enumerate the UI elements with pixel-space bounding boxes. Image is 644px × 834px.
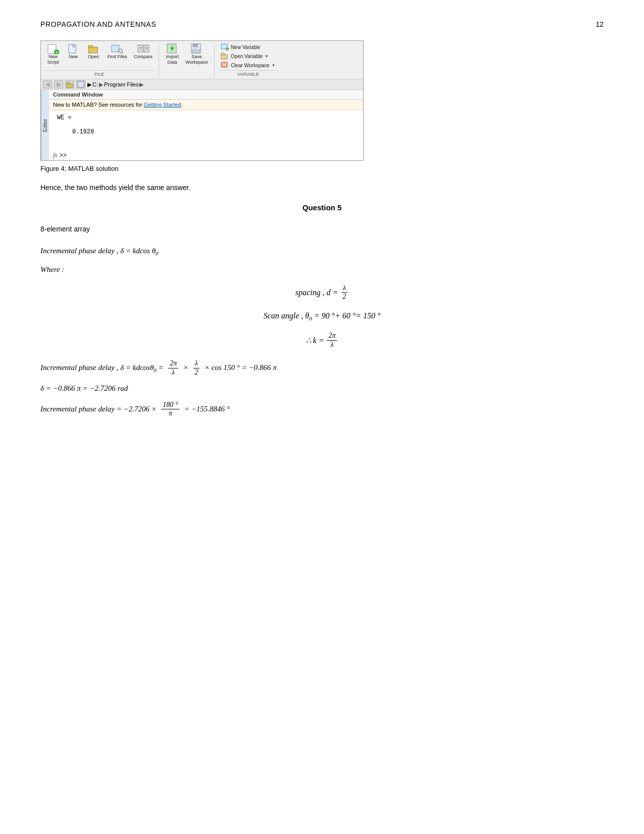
scan-angle-equation: Scan angle , θ0 = 90 °+ 60 °= 150 ° [40, 311, 604, 321]
output-line-we: WE = [57, 114, 355, 121]
spacing-frac-num: λ [341, 284, 348, 293]
matlab-prompt: fx >> [49, 151, 363, 160]
inc-frac1-den: λ [170, 368, 176, 377]
inc-frac-2: λ 2 [193, 359, 200, 377]
open-label: Open [88, 54, 99, 60]
find-files-icon [111, 44, 123, 54]
new-variable-button[interactable]: + New Variable [219, 43, 277, 51]
command-window-tab[interactable]: Command Window [49, 90, 363, 100]
matlab-body: Editor Command Window New to MATLAB? See… [41, 90, 363, 160]
inc-frac1-num: 2π [168, 359, 178, 368]
matlab-toolbar: + NewScript New [41, 41, 363, 79]
open-variable-button[interactable]: Open Variable ▼ [219, 52, 277, 60]
figure-caption: Figure 4: MATLAB solution [40, 165, 604, 172]
output-line-value: 0.1928 [57, 128, 355, 135]
spacing-frac-den: 2 [341, 293, 348, 301]
compare-label: Compare [134, 54, 153, 60]
new-script-label: NewScript [47, 54, 59, 65]
page-title: PROPAGATION AND ANTENNAS [40, 20, 156, 28]
new-label: New [69, 54, 78, 60]
variable-section-label: VARIABLE [219, 70, 277, 77]
svg-rect-34 [78, 81, 84, 87]
path-c: C: [92, 81, 98, 87]
refresh-button[interactable] [76, 80, 85, 88]
find-files-label: Find Files [107, 54, 127, 60]
svg-rect-22 [192, 50, 200, 53]
open-variable-dropdown-arrow: ▼ [265, 54, 269, 59]
k-frac-den: λ [329, 341, 335, 349]
clear-workspace-button[interactable]: Clear Workspace ▼ [219, 61, 277, 69]
inc-frac2-den: 2 [193, 368, 200, 377]
save-workspace-button[interactable]: SaveWorkspace [183, 43, 210, 66]
svg-text:+: + [55, 50, 58, 54]
new-variable-label: New Variable [231, 44, 261, 50]
path-program-files: Program Files [104, 81, 138, 87]
import-data-button[interactable]: ImportData [163, 43, 181, 66]
svg-rect-6 [88, 47, 97, 53]
svg-text:+: + [226, 47, 229, 51]
new-button[interactable]: New [64, 43, 82, 61]
svg-rect-33 [67, 82, 70, 84]
address-path: ▶ C: ▶ Program Files ▶ [87, 81, 143, 88]
import-save-section: ImportData SaveWorkspace FILE [163, 43, 210, 79]
file-toolbar-section: + NewScript New [44, 43, 155, 79]
back-button[interactable]: ◁ [43, 80, 52, 88]
file-section-label: FILE [44, 70, 155, 77]
save-workspace-icon [190, 44, 203, 54]
svg-rect-7 [88, 45, 92, 48]
matlab-window: + NewScript New [40, 40, 364, 161]
forward-button[interactable]: ▷ [54, 80, 63, 88]
open-button[interactable]: Open [84, 43, 103, 61]
final-frac-den: π [167, 409, 174, 418]
toolbar-divider-1 [159, 45, 159, 77]
new-icon [67, 44, 79, 54]
clear-workspace-dropdown-arrow: ▼ [271, 63, 275, 68]
k-frac-num: 2π [327, 332, 337, 341]
spacing-fraction: λ 2 [341, 284, 348, 302]
matlab-output: WE = 0.1928 [49, 110, 363, 151]
array-line: 8-element array [40, 224, 604, 235]
variable-section: + New Variable Open Variable ▼ [219, 43, 277, 79]
compare-button[interactable]: Compare [132, 43, 155, 61]
final-phase-delay: Incremental phase delay = −2.7206 × 180 … [40, 401, 604, 419]
prompt-symbol: >> [60, 152, 67, 159]
svg-rect-1 [48, 44, 53, 45]
svg-rect-4 [69, 44, 76, 53]
svg-rect-8 [112, 45, 119, 52]
compare-icon [137, 44, 150, 54]
final-frac-num: 180 ° [161, 401, 179, 410]
save-workspace-label: SaveWorkspace [185, 54, 208, 65]
incremental-phase-delay-def: Incremental phase delay , δ = kdcos θ0 [40, 245, 604, 258]
import-data-icon [166, 44, 178, 54]
matlab-hint: New to MATLAB? See resources for Getting… [49, 100, 363, 110]
matlab-addressbar: ◁ ▷ ▶ C: ▶ Program Files ▶ [41, 79, 363, 90]
import-data-label: ImportData [166, 54, 179, 65]
up-dir-button[interactable] [65, 80, 74, 88]
open-icon [87, 44, 100, 54]
spacing-equation: spacing , d = λ 2 [40, 284, 604, 302]
inc-phase-full-calc: Incremental phase delay , δ = kdcosθ0 = … [40, 359, 604, 377]
svg-rect-11 [138, 45, 143, 52]
delta-value: δ = −0.866 π = −2.7206 rad [40, 384, 604, 393]
find-files-button[interactable]: Find Files [105, 43, 130, 61]
svg-line-10 [122, 52, 123, 54]
page-number: 12 [596, 20, 604, 28]
svg-rect-21 [193, 44, 198, 47]
open-variable-label: Open Variable [231, 54, 263, 59]
inc-frac2-num: λ [193, 359, 200, 368]
getting-started-link[interactable]: Getting Started [144, 102, 181, 108]
svg-rect-23 [198, 44, 200, 47]
where-text: Where : [40, 265, 604, 274]
new-script-icon: + [47, 44, 59, 54]
svg-rect-12 [144, 45, 149, 52]
final-fraction: 180 ° π [161, 401, 179, 419]
k-equation: ∴ k = 2π λ [40, 332, 604, 349]
fx-icon: fx [53, 152, 58, 159]
editor-label: Editor [41, 90, 49, 160]
matlab-content: Command Window New to MATLAB? See resour… [49, 90, 363, 160]
new-script-button[interactable]: + NewScript [44, 43, 62, 66]
clear-workspace-label: Clear Workspace [231, 63, 270, 68]
body-text-1: Hence, the two methods yield the same an… [40, 182, 604, 193]
svg-rect-28 [221, 53, 224, 55]
k-fraction: 2π λ [327, 332, 337, 349]
